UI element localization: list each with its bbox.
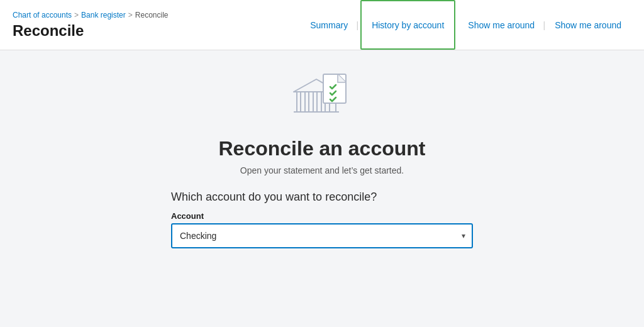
account-select-wrapper: Checking Savings Credit Card ▾	[171, 223, 473, 248]
svg-rect-3	[317, 92, 321, 112]
breadcrumb-sep-1: >	[74, 11, 79, 19]
account-form: Which account do you want to reconcile? …	[171, 191, 473, 248]
page-title: Reconcile	[13, 22, 169, 40]
header-nav: Summary History by account Show me aroun…	[300, 0, 631, 50]
svg-rect-2	[309, 92, 313, 112]
main-content: Reconcile an account Open your statement…	[0, 50, 644, 327]
account-label: Account	[171, 211, 473, 221]
nav-summary[interactable]: Summary	[300, 0, 358, 50]
account-select[interactable]: Checking Savings Credit Card	[171, 223, 473, 248]
header: Chart of accounts > Bank register > Reco…	[0, 0, 644, 50]
breadcrumb: Chart of accounts > Bank register > Reco…	[13, 11, 169, 19]
nav-history-by-account[interactable]: History by account	[360, 0, 455, 50]
breadcrumb-bank-register[interactable]: Bank register	[81, 11, 126, 19]
breadcrumb-chart-of-accounts[interactable]: Chart of accounts	[13, 11, 72, 19]
header-left: Chart of accounts > Bank register > Reco…	[13, 11, 169, 40]
breadcrumb-current: Reconcile	[135, 11, 169, 19]
bank-illustration	[291, 68, 353, 127]
nav-show-me-around-2[interactable]: Show me around	[545, 0, 631, 50]
form-question: Which account do you want to reconcile?	[171, 191, 473, 204]
reconcile-heading: Reconcile an account	[219, 137, 426, 160]
svg-rect-1	[301, 92, 305, 112]
nav-show-me-around-1[interactable]: Show me around	[458, 0, 545, 50]
breadcrumb-sep-2: >	[128, 11, 133, 19]
reconcile-subheading: Open your statement and let’s get starte…	[240, 165, 404, 175]
